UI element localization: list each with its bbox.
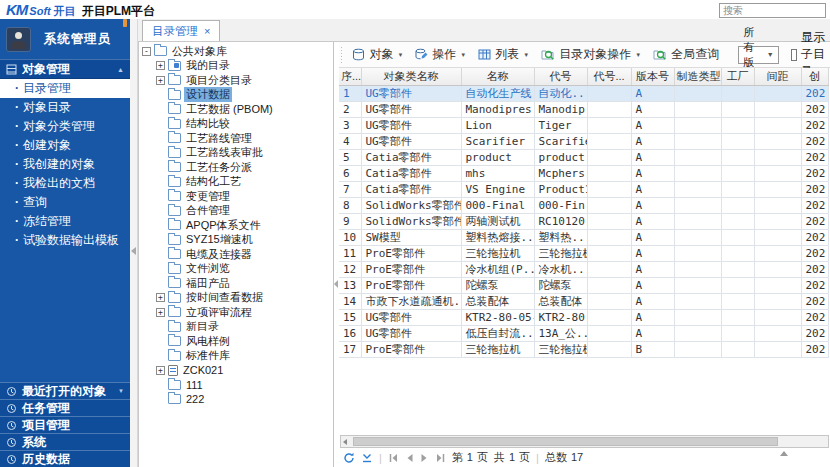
tree-node[interactable]: SYZ15增速机 [139, 233, 333, 248]
tree-node[interactable]: + 按时间查看数据 [139, 291, 333, 306]
table-row[interactable]: 6 Catia零部件 mhs Mcphers... A [339, 165, 828, 181]
tree-node[interactable]: 设计数据 [139, 88, 333, 103]
toolbar-button[interactable]: 全局查询 [648, 43, 728, 66]
tree-node[interactable]: 电缆及连接器 [139, 247, 333, 262]
sidebar-menu-item[interactable]: ·对象分类管理 [0, 117, 130, 136]
tab-catalog-management[interactable]: 目录管理 × [142, 20, 220, 41]
table-row[interactable]: 17 ProE零部件 三轮拖拉机 三轮拖拉机 B [339, 341, 828, 357]
column-header[interactable]: 版本号 [631, 68, 674, 85]
sidebar-menu-item[interactable]: ·创建对象 [0, 136, 130, 155]
tree-expander-icon[interactable]: + [156, 76, 165, 85]
column-header[interactable]: 名称 [461, 68, 534, 85]
column-header[interactable]: 代号 [534, 68, 587, 85]
horizontal-scrollbar[interactable] [340, 435, 829, 448]
column-header[interactable]: 创 [801, 68, 828, 85]
table-row[interactable]: 16 UG零部件 低压自封流... 13A_公... A [339, 325, 828, 341]
tree-expander-icon[interactable]: + [156, 293, 165, 302]
table-row[interactable]: 11 ProE零部件 三轮拖拉机 三轮拖拉机 A [339, 245, 828, 261]
scroll-left-icon[interactable] [343, 439, 347, 445]
toolbar-button[interactable]: 列表 ▼ [473, 43, 534, 66]
column-header[interactable]: 间距 [754, 68, 801, 85]
tree-node[interactable]: 变更管理 [139, 189, 333, 204]
toolbar-grip[interactable] [341, 47, 342, 63]
tree-node[interactable]: APQP体系文件 [139, 218, 333, 233]
sidebar-bottom-section[interactable]: 任务管理 [0, 399, 130, 416]
search-input[interactable] [719, 3, 826, 18]
tree-node[interactable]: 标准件库 [139, 349, 333, 364]
tree-expander-icon[interactable]: + [156, 61, 165, 70]
sidebar-menu-item[interactable]: ·对象目录 [0, 98, 130, 117]
sidebar-bottom-section[interactable]: 系统 [0, 433, 130, 450]
sidebar-section-object-mgmt[interactable]: 对象管理 ▲ [0, 59, 130, 79]
tree-node[interactable]: 222 [139, 392, 333, 407]
sidebar-menu-item[interactable]: ·我创建的对象 [0, 155, 130, 174]
tree-expander-icon[interactable]: + [156, 308, 165, 317]
table-row[interactable]: 14 市政下水道疏通机... 总装配体 总装配体 A [339, 293, 828, 309]
last-page-button[interactable] [435, 453, 446, 463]
tree-node[interactable]: 合件管理 [139, 204, 333, 219]
tree-splitter[interactable] [333, 42, 339, 467]
tree-node[interactable]: 结构比较 [139, 117, 333, 132]
table-row[interactable]: 9 SolidWorks零部件 两轴测试机 RC10120... A [339, 213, 828, 229]
collapse-left-icon[interactable] [131, 247, 136, 255]
tree-node[interactable]: + 立项评审流程 [139, 305, 333, 320]
tree-node[interactable]: 福田产品 [139, 276, 333, 291]
load-all-button[interactable] [361, 452, 373, 464]
tree-node[interactable]: 风电样例 [139, 334, 333, 349]
tree-node[interactable]: 工艺任务分派 [139, 160, 333, 175]
tree-node[interactable]: - 公共对象库 [139, 44, 333, 59]
sidebar-bottom-section[interactable]: 历史数据 [0, 450, 130, 467]
tree-node[interactable]: 文件浏览 [139, 262, 333, 277]
tree-node[interactable]: + ZCK021 [139, 363, 333, 378]
tree-node[interactable]: + 项目分类目录 [139, 73, 333, 88]
table-row[interactable]: 10 SW模型 塑料热熔接... 塑料热... A [339, 229, 828, 245]
table-row[interactable]: 12 ProE零部件 冷水机组(P... 冷水机... A [339, 261, 828, 277]
scrollbar-thumb[interactable] [353, 437, 778, 446]
chevron-up-icon[interactable]: ▲ [117, 66, 124, 73]
table-row[interactable]: 5 Catia零部件 product product A [339, 149, 828, 165]
tree-node[interactable]: 111 [139, 378, 333, 393]
sidebar-menu-item[interactable]: ·试验数据输出模板 [0, 231, 130, 250]
sidebar-menu-item[interactable]: ·冻结管理 [0, 212, 130, 231]
prev-page-button[interactable] [405, 453, 414, 463]
sidebar-menu-item[interactable]: ·我检出的文档 [0, 174, 130, 193]
tree-node[interactable]: + 我的目录 [139, 59, 333, 74]
tree-expander-icon[interactable]: - [142, 47, 151, 56]
close-icon[interactable]: × [204, 25, 210, 37]
table-row[interactable]: 2 UG零部件 Manodipres... Manodip... A [339, 101, 828, 117]
column-header[interactable]: 代号... [587, 68, 631, 85]
table-row[interactable]: 13 ProE零部件 陀螺泵 陀螺泵 A [339, 277, 828, 293]
table-row[interactable]: 7 Catia零部件 VS Engine ... Product1 A [339, 181, 828, 197]
column-header[interactable]: 工厂 [721, 68, 754, 85]
collapse-left-icon[interactable] [334, 280, 338, 288]
avatar[interactable] [6, 27, 31, 52]
table-row[interactable]: 15 UG零部件 KTR2-80-05-J KTR2-80... A [339, 309, 828, 325]
table-row[interactable]: 3 UG零部件 Lion Tiger A [339, 117, 828, 133]
sidebar-collapse-gutter[interactable] [130, 19, 138, 467]
column-header[interactable]: 序... [339, 68, 361, 85]
version-select[interactable]: 所有版本 ▼ [738, 46, 779, 64]
toolbar-button[interactable]: 目录对象操作 ▼ [536, 43, 646, 66]
first-page-button[interactable] [388, 453, 399, 463]
tree-node[interactable]: 工艺路线表审批 [139, 146, 333, 161]
next-page-button[interactable] [420, 453, 429, 463]
column-header[interactable]: 对象类名称 [361, 68, 461, 85]
checkbox-box[interactable] [791, 49, 797, 61]
tree-node[interactable]: 工艺数据 (PBOM) [139, 102, 333, 117]
sidebar-bottom-section[interactable]: 最近打开的对象 ▼ [0, 382, 130, 399]
sidebar-bottom-section[interactable]: 项目管理 [0, 416, 130, 433]
sidebar-menu-item[interactable]: ·目录管理 [0, 79, 130, 98]
toolbar-button[interactable]: 对象 ▼ [347, 43, 408, 66]
scroll-up-icon[interactable] [780, 451, 788, 456]
chevron-down-icon[interactable]: ▼ [118, 388, 124, 394]
table-row[interactable]: 8 SolidWorks零部件 000-Final ... 000-Fin...… [339, 197, 828, 213]
tree-node[interactable]: 工艺路线管理 [139, 131, 333, 146]
column-header[interactable]: 制造类型 [674, 68, 721, 85]
toolbar-button[interactable]: 操作 ▼ [410, 43, 471, 66]
tree-node[interactable]: 新目录 [139, 320, 333, 335]
table-row[interactable]: 1 UG零部件 自动化生产线 自动化... A [339, 85, 828, 101]
sidebar-menu-item[interactable]: ·查询 [0, 193, 130, 212]
refresh-button[interactable] [343, 452, 355, 464]
table-row[interactable]: 4 UG零部件 Scarifier Scarifier A [339, 133, 828, 149]
tree-expander-icon[interactable]: + [156, 366, 165, 375]
